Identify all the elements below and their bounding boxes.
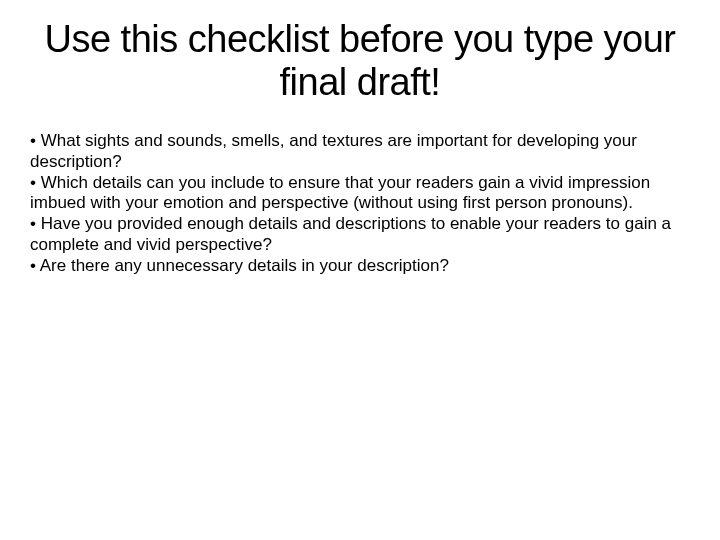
list-item: • What sights and sounds, smells, and te… bbox=[30, 131, 690, 172]
bullet-icon: • bbox=[30, 131, 41, 150]
list-item-text: What sights and sounds, smells, and text… bbox=[30, 131, 637, 171]
list-item-text: Which details can you include to ensure … bbox=[30, 173, 650, 213]
list-item: • Are there any unnecessary details in y… bbox=[30, 256, 690, 277]
list-item-text: Have you provided enough details and des… bbox=[30, 214, 671, 254]
list-item: • Have you provided enough details and d… bbox=[30, 214, 690, 255]
bullet-icon: • bbox=[30, 214, 41, 233]
list-item-text: Are there any unnecessary details in you… bbox=[40, 256, 449, 275]
list-item: • Which details can you include to ensur… bbox=[30, 173, 690, 214]
slide: Use this checklist before you type your … bbox=[0, 0, 720, 540]
bullet-icon: • bbox=[30, 256, 40, 275]
slide-title: Use this checklist before you type your … bbox=[30, 18, 690, 103]
bullet-icon: • bbox=[30, 173, 41, 192]
slide-body: • What sights and sounds, smells, and te… bbox=[30, 131, 690, 276]
